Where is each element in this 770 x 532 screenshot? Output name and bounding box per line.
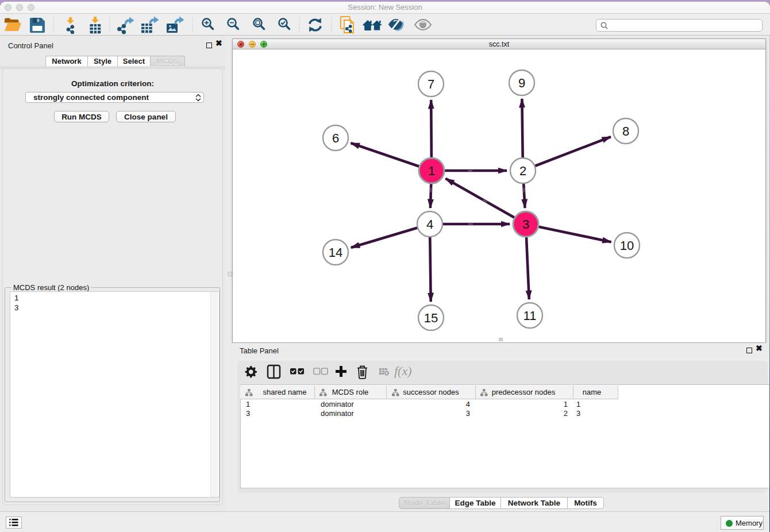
- svg-text:2: 2: [519, 164, 526, 178]
- svg-text:8: 8: [622, 124, 629, 138]
- svg-text:1: 1: [428, 164, 435, 178]
- svg-text:10: 10: [620, 238, 634, 253]
- svg-text:9: 9: [518, 76, 525, 90]
- svg-text:11: 11: [523, 309, 537, 323]
- svg-text:7: 7: [428, 77, 434, 91]
- svg-text:4: 4: [426, 217, 433, 232]
- svg-text:15: 15: [424, 311, 438, 325]
- svg-text:14: 14: [329, 245, 342, 260]
- svg-text:3: 3: [522, 217, 529, 232]
- svg-text:f(x): f(x): [394, 364, 412, 378]
- svg-text:6: 6: [332, 131, 339, 145]
